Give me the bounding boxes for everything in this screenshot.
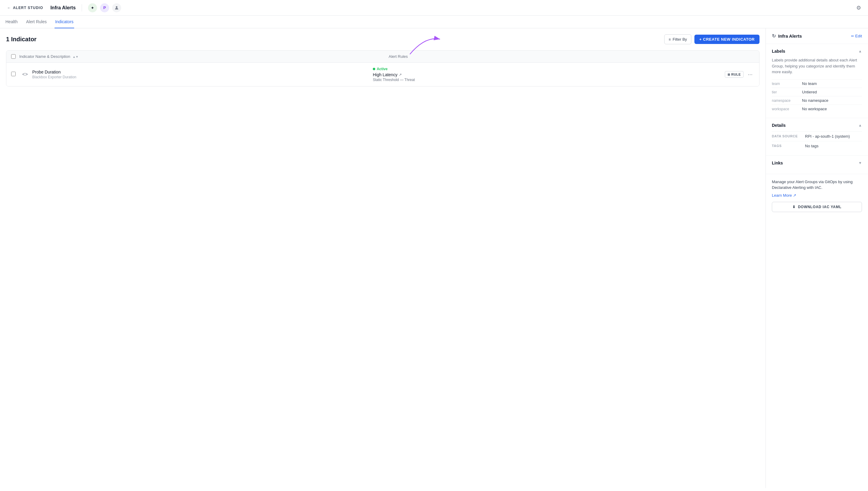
edit-label: Edit — [855, 34, 862, 38]
filter-button[interactable]: ≡ Filter By — [664, 34, 692, 44]
col-header-name: Indicator Name & Description ▲▼ — [19, 54, 385, 59]
back-arrow-icon: ← — [7, 6, 11, 10]
rule-badge[interactable]: ⊞ RULE — [725, 71, 744, 78]
row-checkbox-area[interactable] — [11, 72, 17, 77]
user-icon[interactable] — [112, 3, 121, 12]
labels-section-header: Labels ▲ — [772, 49, 862, 54]
status-text: Active — [377, 67, 388, 71]
slack-icon[interactable]: ✦ — [88, 3, 97, 12]
row-actions: ⊞ RULE ⋯ — [725, 70, 754, 79]
cycle-icon: ↻ — [772, 33, 776, 39]
details-section-header: Details ▲ — [772, 123, 862, 128]
indicator-count: 1 Indicator — [6, 36, 36, 43]
indicator-info: Probe Duration Blackbox Exporter Duratio… — [32, 69, 369, 79]
tab-indicators[interactable]: Indicators — [55, 16, 74, 28]
labels-title: Labels — [772, 49, 785, 54]
tab-health[interactable]: Health — [5, 16, 18, 28]
top-bar: ← ALERT STUDIO Infra Alerts ✦ P ⚙ — [0, 0, 868, 16]
panel-title-text: Infra Alerts — [778, 33, 802, 38]
active-status-dot — [373, 68, 375, 70]
learn-more-label: Learn More ↗ — [772, 193, 796, 198]
detail-datasource-row: DATA SOURCE RPI - ap-south-1 (system) — [772, 131, 862, 141]
indicators-table: Indicator Name & Description ▲▼ Alert Ru… — [6, 50, 759, 86]
indicator-description: Blackbox Exporter Duration — [32, 75, 369, 79]
select-all-checkbox[interactable] — [11, 54, 16, 59]
main-content: 1 Indicator ≡ Filter By + CREATE NEW IND… — [0, 28, 765, 488]
detail-tags-row: TAGS No tags — [772, 141, 862, 151]
select-all-checkbox-area[interactable] — [11, 54, 16, 59]
labels-collapse-icon[interactable]: ▲ — [858, 49, 862, 53]
rule-status: Active — [373, 67, 721, 71]
right-panel: ↻ Infra Alerts ✏ Edit Labels ▲ Labels pr… — [765, 28, 868, 488]
create-label: + CREATE NEW INDICATOR — [699, 37, 755, 41]
rule-name[interactable]: High Latency ↗ — [373, 72, 721, 77]
edit-button[interactable]: ✏ Edit — [851, 34, 862, 38]
label-tier-row: tier Untiered — [772, 88, 862, 96]
label-namespace-key: namespace — [772, 98, 802, 103]
detail-datasource-key: DATA SOURCE — [772, 134, 805, 138]
label-team-key: team — [772, 81, 802, 86]
settings-icon[interactable]: ⚙ — [854, 3, 863, 12]
label-workspace-row: workspace No workspace — [772, 105, 862, 113]
nav-tabs: Health Alert Rules Indicators — [0, 16, 868, 28]
label-workspace-val: No workspace — [802, 107, 862, 111]
detail-datasource-val: RPI - ap-south-1 (system) — [805, 134, 862, 139]
details-title: Details — [772, 123, 786, 128]
main-layout: 1 Indicator ≡ Filter By + CREATE NEW IND… — [0, 28, 868, 488]
sort-icon[interactable]: ▲▼ — [73, 55, 79, 59]
more-options-button[interactable]: ⋯ — [746, 70, 754, 79]
edit-pencil-icon: ✏ — [851, 34, 854, 38]
content-header: 1 Indicator ≡ Filter By + CREATE NEW IND… — [6, 34, 759, 44]
details-collapse-icon[interactable]: ▲ — [858, 123, 862, 127]
panel-title-area: ↻ Infra Alerts — [772, 33, 802, 39]
svg-point-0 — [116, 6, 117, 7]
row-checkbox[interactable] — [11, 72, 16, 76]
details-section: Details ▲ DATA SOURCE RPI - ap-south-1 (… — [766, 118, 868, 156]
links-section-header: Links ▼ — [772, 161, 862, 165]
rule-badge-icon: ⊞ — [728, 73, 730, 76]
label-namespace-val: No namespace — [802, 98, 862, 103]
col-header-rules: Alert Rules — [389, 54, 755, 59]
panel-header: ↻ Infra Alerts ✏ Edit — [766, 28, 868, 44]
create-indicator-button[interactable]: + CREATE NEW INDICATOR — [694, 35, 759, 44]
pagerduty-icon[interactable]: P — [100, 3, 109, 12]
integration-icons: ✦ P — [88, 3, 121, 12]
links-section: Links ▼ — [766, 156, 868, 174]
label-tier-val: Untiered — [802, 90, 862, 94]
label-team-row: team No team — [772, 79, 862, 88]
filter-icon: ≡ — [669, 37, 671, 41]
indicator-name[interactable]: Probe Duration — [32, 69, 369, 75]
links-expand-icon[interactable]: ▼ — [858, 161, 862, 165]
rule-type: Static Threshold — Threat — [373, 78, 721, 82]
page-title: Infra Alerts — [50, 5, 76, 10]
rule-cell: Active High Latency ↗ Static Threshold —… — [373, 67, 721, 82]
download-iac-button[interactable]: ⬇ DOWNLOAD IAC YAML — [772, 202, 862, 212]
table-row: <> Probe Duration Blackbox Exporter Dura… — [6, 63, 759, 86]
indicator-code-icon: <> — [21, 70, 29, 79]
table-header: Indicator Name & Description ▲▼ Alert Ru… — [6, 51, 759, 63]
external-link-icon: ↗ — [399, 73, 402, 77]
label-tier-key: tier — [772, 90, 802, 94]
divider — [82, 4, 82, 11]
detail-tags-key: TAGS — [772, 144, 805, 148]
learn-more-link[interactable]: Learn More ↗ — [772, 193, 862, 198]
gitops-description: Manage your Alert Groups via GitOps by u… — [772, 179, 862, 191]
download-label: DOWNLOAD IAC YAML — [798, 205, 841, 209]
labels-description: Labels provide additional details about … — [772, 57, 862, 75]
links-title: Links — [772, 161, 783, 165]
label-namespace-row: namespace No namespace — [772, 96, 862, 105]
back-label: ALERT STUDIO — [13, 6, 43, 10]
label-workspace-key: workspace — [772, 107, 802, 111]
gitops-section: Manage your Alert Groups via GitOps by u… — [766, 174, 868, 217]
filter-label: Filter By — [673, 37, 687, 41]
header-actions: ≡ Filter By + CREATE NEW INDICATOR — [664, 34, 759, 44]
indicator-cell: <> Probe Duration Blackbox Exporter Dura… — [21, 69, 369, 79]
back-button[interactable]: ← ALERT STUDIO — [5, 4, 46, 11]
detail-tags-val: No tags — [805, 144, 862, 148]
labels-section: Labels ▲ Labels provide additional detai… — [766, 44, 868, 118]
download-icon: ⬇ — [792, 205, 796, 209]
label-team-val: No team — [802, 81, 862, 86]
tab-alert-rules[interactable]: Alert Rules — [25, 16, 47, 28]
